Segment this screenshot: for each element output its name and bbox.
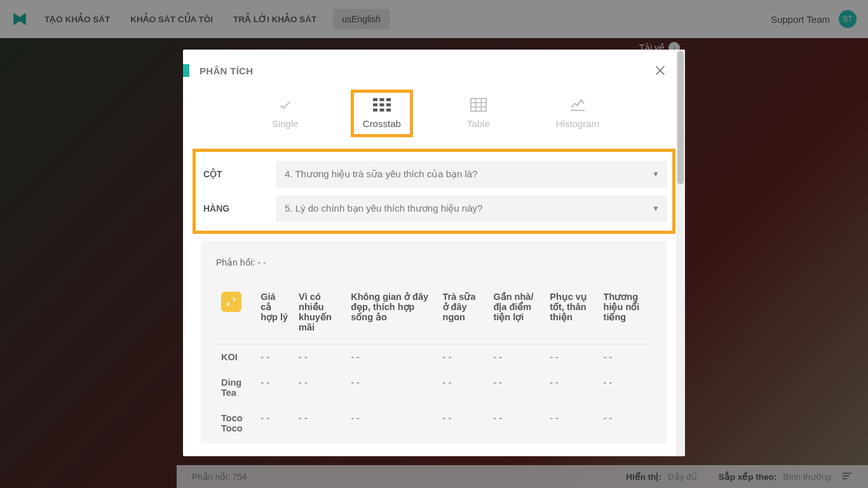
accent-bar (183, 64, 189, 77)
table-row: KOI- -- -- -- -- -- -- - (216, 344, 652, 370)
table-icon (470, 98, 487, 112)
col-header: Thương hiệu nổi tiếng (599, 284, 652, 344)
histogram-icon (569, 98, 587, 112)
tab-single-label: Single (272, 118, 299, 129)
modal-title: PHÂN TÍCH (200, 65, 253, 76)
row-selector-row: HÀNG 5. Lý do chính bạn yêu thích thương… (201, 191, 667, 226)
tab-histogram[interactable]: Histogram (546, 92, 609, 135)
cell: - - (255, 370, 294, 405)
svg-rect-2 (386, 98, 391, 102)
crosstab-table: Giá cả hợp lý Vì có nhiều khuyến mãi Khô… (216, 284, 652, 441)
column-select[interactable]: 4. Thương hiệu trà sữa yêu thích của bạn… (276, 161, 667, 187)
chevron-down-icon: ▼ (652, 170, 660, 179)
check-icon (276, 98, 294, 112)
crosstab-selectors: CỘT 4. Thương hiệu trà sữa yêu thích của… (194, 151, 674, 232)
response-count: Phản hồi: - - (216, 257, 652, 268)
column-selector-row: CỘT 4. Thương hiệu trà sữa yêu thích của… (201, 157, 667, 191)
column-select-value: 4. Thương hiệu trà sữa yêu thích của bạn… (285, 168, 478, 179)
svg-rect-5 (386, 104, 391, 107)
col-header: Phục vụ tốt, thân thiện (545, 284, 598, 344)
cell: - - (488, 344, 545, 370)
col-header: Trà sữa ở đây ngon (438, 284, 489, 344)
chevron-down-icon: ▼ (652, 204, 660, 213)
svg-rect-4 (379, 104, 384, 107)
tab-table[interactable]: Table (452, 92, 505, 135)
cell: - - (346, 344, 437, 370)
cell: - - (599, 370, 652, 405)
tab-histogram-label: Histogram (556, 118, 599, 129)
cell: - - (545, 370, 598, 405)
cell: - - (438, 344, 489, 370)
svg-rect-3 (373, 104, 377, 107)
cell: - - (599, 344, 652, 370)
svg-rect-9 (471, 98, 486, 111)
cell: - - (255, 344, 294, 370)
cell: - - (294, 405, 346, 441)
cell: - - (346, 370, 437, 405)
col-header: Vì có nhiều khuyến mãi (294, 284, 346, 344)
swap-axes-button[interactable] (221, 292, 241, 312)
cell: - - (294, 370, 346, 405)
cell: - - (438, 405, 489, 441)
col-header: Gần nhà/ địa điểm tiện lợi (488, 284, 545, 344)
row-select-value: 5. Lý do chính bạn yêu thích thương hiệu… (285, 203, 482, 214)
row-label: Toco Toco (216, 405, 255, 441)
svg-rect-0 (373, 98, 377, 102)
column-label: CỘT (201, 169, 264, 179)
table-row: Ding Tea- -- -- -- -- -- -- - (216, 370, 652, 405)
scrollbar-thumb[interactable] (677, 51, 684, 184)
analysis-tabs: Single Crosstab Table (183, 83, 685, 151)
cell: - - (545, 344, 598, 370)
svg-rect-1 (379, 98, 384, 102)
tab-single[interactable]: Single (259, 92, 312, 135)
grid-icon (373, 98, 391, 112)
modal-scrollbar[interactable] (676, 50, 685, 456)
crosstab-results: Phản hồi: - - Giá cả hợp lý Vì có nhiều … (201, 241, 667, 444)
cell: - - (488, 405, 545, 441)
col-header: Không gian ở đây đẹp, thích hợp sống ảo (346, 284, 437, 344)
row-select[interactable]: 5. Lý do chính bạn yêu thích thương hiệu… (276, 195, 667, 222)
modal-header: PHÂN TÍCH (183, 50, 685, 83)
svg-rect-6 (373, 109, 377, 112)
row-label: HÀNG (201, 203, 264, 214)
svg-rect-8 (386, 109, 391, 112)
close-icon[interactable] (653, 64, 667, 78)
cell: - - (599, 405, 652, 441)
col-header: Giá cả hợp lý (255, 284, 294, 344)
table-row: Toco Toco- -- -- -- -- -- -- - (216, 405, 652, 441)
tab-table-label: Table (467, 118, 490, 129)
row-label: KOI (216, 344, 255, 370)
cell: - - (545, 405, 598, 441)
cell: - - (294, 344, 346, 370)
svg-rect-7 (379, 109, 384, 112)
cell: - - (346, 405, 437, 441)
tab-crosstab-label: Crosstab (363, 118, 401, 129)
analysis-modal: PHÂN TÍCH Single (183, 50, 685, 456)
cell: - - (488, 370, 545, 405)
row-label: Ding Tea (216, 370, 255, 405)
cell: - - (255, 405, 294, 441)
tab-crosstab[interactable]: Crosstab (353, 92, 411, 135)
cell: - - (438, 370, 489, 405)
